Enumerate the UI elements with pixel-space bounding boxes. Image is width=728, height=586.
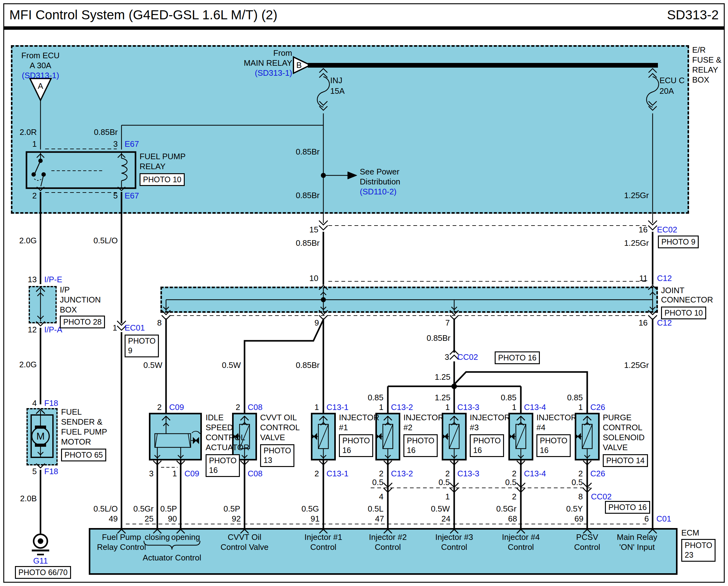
from-main-relay-ref: (SD313-1) <box>255 69 292 77</box>
pcsv-name-3: SOLENOID <box>603 433 645 441</box>
joint-name-1: JOINT <box>661 286 684 295</box>
wire-0-5p-isca: 0.5P <box>160 505 177 513</box>
ecm-pin92: 92 <box>232 515 241 523</box>
c26-pin2: 2 <box>578 469 583 478</box>
cc02-bottom-photo: PHOTO 16 <box>605 501 650 514</box>
wire-0-85br-cc02: 0.85Br <box>426 334 450 342</box>
wire-0-85-c13-2: 0.85 <box>368 393 384 402</box>
ecm-ch-inj4-1: Injector #4 <box>502 533 540 541</box>
f18-pin4: 4 <box>32 399 37 407</box>
ec01-pin: 1 <box>113 324 117 332</box>
inj3-name-2: #3 <box>470 424 479 431</box>
inj2-name-2: #2 <box>404 424 412 431</box>
c08-conn-bottom: C08 <box>248 469 263 478</box>
wire-0-5-inj2: 0.5 <box>372 478 384 486</box>
joint-pin10: 10 <box>309 274 318 282</box>
inj4-photo: PHOTO 16 <box>537 434 571 457</box>
joint-conn11: C12 <box>657 274 672 282</box>
wire-0-5g-inj1: 0.5G <box>302 505 319 513</box>
relay-conn3: E67 <box>125 140 139 148</box>
c13-1-pin1: 1 <box>315 403 319 411</box>
ecm-conn6: C01 <box>656 515 671 523</box>
c26-pin1: 1 <box>578 403 583 411</box>
er-box-label-2: FUSE & <box>692 56 722 64</box>
ecm-ch-inj3-2: Control <box>441 543 467 551</box>
ecm-pin68: 68 <box>508 515 517 523</box>
from-ecu-ref: (SD313-1) <box>22 71 59 79</box>
page-code: SD313-2 <box>667 7 719 22</box>
joint-conn16: C12 <box>657 319 672 327</box>
ip-name-3: BOX <box>60 306 77 314</box>
triangle-b-letter: B <box>296 61 302 69</box>
cvvt-name-1: CVVT OIL <box>260 413 297 422</box>
ip-photo: PHOTO 28 <box>60 315 105 328</box>
cc02-row-name: CC02 <box>591 492 612 501</box>
wire-1-25gr-right: 1.25Gr <box>624 361 649 369</box>
wire-1-25gr-16: 1.25Gr <box>624 239 649 247</box>
conn16-pin: 16 <box>639 226 648 234</box>
joint-pin11: 11 <box>639 274 648 282</box>
from-main-relay-line2: MAIN RELAY <box>243 59 292 67</box>
ecm-ch-inj1-2: Control <box>310 543 336 551</box>
ecm-ch-pcsv-1: PCSV <box>576 533 598 541</box>
wire-2-0g-bottom: 2.0G <box>19 360 37 368</box>
c13-2-conn2: C13-2 <box>391 469 413 478</box>
wire-0-5w-c09: 0.5W <box>143 361 162 369</box>
ecm-ch-cvvt-1: CVVT Oil <box>228 533 261 541</box>
cc02-top-pin: 3 <box>445 353 449 361</box>
inj3-name-1: INJECTOR <box>470 413 510 422</box>
sender-name-3: FUEL PUMP <box>61 428 107 436</box>
ec02-photo: PHOTO 9 <box>658 235 699 248</box>
isca-name-3: CONTROL <box>206 433 245 441</box>
c09-conn-bottom: C09 <box>184 469 199 478</box>
ecm-ch-cvvt-2: Control Valve <box>220 543 268 551</box>
fuse-ecu-name: ECU C <box>659 76 685 84</box>
motor-letter: M <box>36 431 45 441</box>
wire-1-25-c13-3: 1.25 <box>435 393 450 402</box>
ecm-pin49: 49 <box>109 515 118 523</box>
ip-conn-e: I/P-E <box>44 275 62 283</box>
c13-3-pin2: 2 <box>445 469 450 478</box>
conn15-pin: 15 <box>309 226 318 234</box>
wire-2-0g-top: 2.0G <box>19 236 37 245</box>
from-ecu-line1: From ECU <box>22 51 60 59</box>
wire-0-85-c26: 0.85 <box>567 393 583 402</box>
c08-pin2: 2 <box>236 403 240 411</box>
ecm-ch-inj1-1: Injector #1 <box>304 533 342 541</box>
joint-pin16: 16 <box>639 319 648 327</box>
fuse-ecu-rating: 20A <box>659 87 674 95</box>
ecm-ch-inj4-2: Control <box>508 543 534 551</box>
relay-pin1: 1 <box>32 140 37 148</box>
ecm-ch-inj3-1: Injector #3 <box>435 533 473 541</box>
from-ecu-line2: A 30A <box>30 61 51 70</box>
isca-name-4: ACTUATOR <box>206 443 250 452</box>
wire-1-25-cc02: 1.25 <box>435 373 450 381</box>
page-title: MFI Control System (G4ED-GSL 1.6L M/T) (… <box>9 7 277 22</box>
relay-name-1: FUEL PUMP <box>139 152 186 160</box>
cc02-row-pin4: 4 <box>379 492 384 501</box>
joint-pin8: 8 <box>157 319 162 327</box>
joint-name-2: CONNECTOR <box>661 296 713 304</box>
g11-photo: PHOTO 66/70 <box>15 566 71 579</box>
ecm-photo: PHOTO 23 <box>681 539 716 562</box>
wiring-graphics <box>0 0 728 586</box>
fuse-inj-rating: 15A <box>330 87 344 95</box>
c13-3-conn2: C13-3 <box>457 469 479 478</box>
relay-name-2: RELAY <box>139 162 165 171</box>
wiring-diagram-page: MFI Control System (G4ED-GSL 1.6L M/T) (… <box>0 0 728 586</box>
c13-4-conn2: C13-4 <box>524 469 546 478</box>
ecm-pin69: 69 <box>574 515 583 523</box>
wire-0-85-c13-4: 0.85 <box>501 393 517 402</box>
cvvt-name-3: VALVE <box>260 433 285 441</box>
f18-conn5: F18 <box>44 467 58 476</box>
ecm-pin6: 6 <box>645 515 649 523</box>
conn16-name: EC02 <box>657 226 677 234</box>
ip-name-2: JUNCTION <box>60 296 101 304</box>
pcsv-name-1: PURGE <box>603 413 631 422</box>
c13-2-pin1: 1 <box>379 403 384 411</box>
ecm-label: ECM <box>681 529 699 537</box>
wire-1-25gr-box: 1.25Gr <box>624 191 649 199</box>
er-box-label-4: BOX <box>692 76 709 84</box>
c13-2-conn1: C13-2 <box>391 403 413 411</box>
wire-2-0b: 2.0B <box>20 494 37 503</box>
